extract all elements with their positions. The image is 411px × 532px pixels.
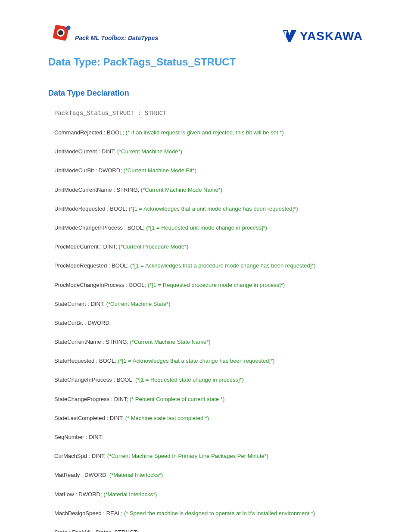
member-comment: (*Material Interlocks*) [109, 472, 163, 478]
member-declaration: StateChangeProgress : DINT; [54, 396, 130, 402]
struct-member: ProcModeCurrent : DINT; (*Current Proced… [54, 243, 363, 251]
struct-member: UnitModeCurrent : DINT; (*Current Machin… [54, 148, 363, 156]
member-comment: (*Current Machine Mode Bit*) [123, 167, 196, 174]
toolbox-logo-icon [48, 22, 73, 43]
struct-member: StateCurBit : DWORD; [54, 319, 363, 327]
member-comment: (*[1 = Requested state change in process… [135, 376, 244, 383]
member-comment: (* If an invalid request is given and re… [125, 129, 283, 136]
brand-text: Pack ML Toolbox: DataTypes [75, 34, 158, 43]
struct-member: UnitModeCurrentName : STRING; (*Current … [54, 186, 363, 194]
member-declaration: CurMachSpd : DINT; [54, 453, 107, 459]
member-comment: (*Current Procedure Mode*) [119, 243, 189, 250]
section-title: Data Type Declaration [48, 89, 363, 98]
member-declaration: UnitModeCurBit : DWORD; [54, 167, 123, 174]
member-comment: (*Current Machine Mode*) [117, 148, 182, 155]
struct-member: MatLow : DWORD; (*Material Interlocks*) [54, 491, 363, 498]
member-comment: (*Current Machine State*) [106, 301, 171, 307]
struct-members-list: CommandRejected : BOOL; (* If an invalid… [54, 129, 363, 532]
member-comment: (*[1 = Acknowledges that a state change … [118, 358, 274, 364]
member-declaration: UnitModeChangeInProcess : BOOL; [54, 224, 146, 231]
struct-member: UnitModeChangeInProcess : BOOL; (*[1 = R… [54, 224, 363, 232]
member-comment: (*[1 = Acknowledges that a unit mode cha… [129, 205, 298, 212]
member-declaration: StateCurBit : DWORD; [54, 320, 111, 326]
member-declaration: MatReady : DWORD; [54, 472, 109, 478]
member-declaration: StateCurrentName : STRING; [54, 339, 130, 345]
struct-member: StateChangeInProcess : BOOL; (*[1 = Requ… [54, 376, 363, 384]
struct-member: CurMachSpd : DINT; (*Current Machine Spe… [54, 452, 363, 460]
struct-member: ProcModeChangeInProcess : BOOL; (*[1 = R… [54, 281, 363, 289]
member-declaration: SeqNumber : DINT; [54, 434, 103, 440]
struct-member: MatReady : DWORD; (*Material Interlocks*… [54, 471, 363, 479]
member-declaration: UnitModeCurrent : DINT; [54, 148, 117, 155]
struct-declaration: PackTags_Status_STRUCT : STRUCT [54, 110, 363, 117]
member-comment: (* Percent Complete of current state *) [130, 396, 224, 402]
struct-member: UnitModeRequested : BOOL; (*[1 = Acknowl… [54, 205, 363, 213]
member-declaration: CommandRejected : BOOL; [54, 129, 125, 136]
member-declaration: MachDesignSpeed : REAL; [54, 510, 124, 516]
struct-member: StateLastCompleted : DINT; (* Machine st… [54, 414, 363, 422]
struct-member: ProcModeRequested : BOOL; (*[1 = Acknowl… [54, 262, 363, 270]
member-comment: (* Speed the machine is designed to oper… [124, 510, 315, 516]
struct-member: SeqNumber : DINT; [54, 433, 363, 441]
member-declaration: UnitModeRequested : BOOL; [54, 205, 129, 212]
yaskawa-logo: YASKAWA [282, 29, 363, 43]
document-page: Pack ML Toolbox: DataTypes YASKAWA Data … [0, 0, 411, 532]
header-left: Pack ML Toolbox: DataTypes [48, 22, 158, 43]
struct-member: StateChangeProgress : DINT; (* Percent C… [54, 395, 363, 403]
struct-member: StateRequested : BOOL; (*[1 = Acknowledg… [54, 357, 363, 365]
member-declaration: UnitModeCurrentName : STRING; [54, 187, 141, 193]
member-comment: (*[1 = Requested unit mode change in pro… [146, 224, 267, 231]
member-comment: (* Machine state last completed *) [125, 415, 209, 421]
member-declaration: MatLow : DWORD; [54, 491, 103, 498]
yaskawa-text: YASKAWA [300, 29, 363, 43]
member-comment: (*Current Machine Speed In Primary Line … [107, 453, 268, 459]
member-declaration: ProcModeChangeInProcess : BOOL; [54, 282, 148, 288]
struct-member: State : PackML_States_STRUCT; [54, 529, 363, 532]
member-declaration: ProcModeRequested : BOOL; [54, 262, 130, 269]
struct-member: CommandRejected : BOOL; (* If an invalid… [54, 129, 363, 137]
member-comment: (*Material Interlocks*) [103, 491, 157, 498]
struct-member: MachDesignSpeed : REAL; (* Speed the mac… [54, 510, 363, 517]
member-declaration: StateRequested : BOOL; [54, 358, 118, 364]
page-header: Pack ML Toolbox: DataTypes YASKAWA [48, 22, 363, 43]
struct-member: UnitModeCurBit : DWORD; (*Current Machin… [54, 167, 363, 174]
member-comment: (*[1 = Requested procedure mode change i… [148, 282, 285, 288]
page-title: Data Type: PackTags_Status_STRUCT [48, 56, 363, 68]
member-declaration: StateLastCompleted : DINT; [54, 415, 125, 421]
member-declaration: StateChangeInProcess : BOOL; [54, 376, 135, 383]
member-declaration: State : PackML_States_STRUCT; [54, 529, 138, 532]
yaskawa-mark-icon [282, 29, 297, 43]
member-comment: (*Current Machine State Name*) [130, 339, 211, 345]
struct-member: StateCurrentName : STRING; (*Current Mac… [54, 338, 363, 346]
member-comment: (*[1 = Acknowledges that a procedure mod… [130, 262, 315, 269]
member-declaration: ProcModeCurrent : DINT; [54, 243, 119, 250]
struct-member: StateCurrent : DINT; (*Current Machine S… [54, 300, 363, 308]
member-declaration: StateCurrent : DINT; [54, 301, 106, 307]
member-comment: (*Current Machine Mode Name*) [141, 187, 222, 193]
